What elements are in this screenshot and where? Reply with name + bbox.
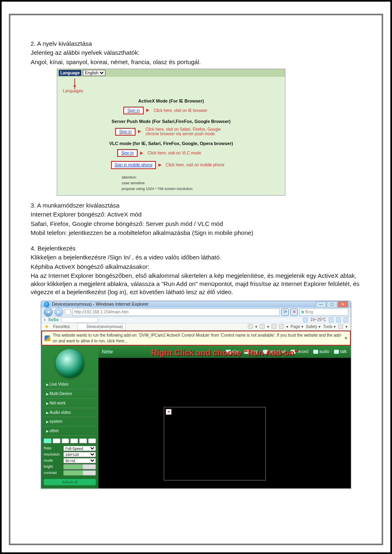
infobar-text: This website wants to run the following … bbox=[53, 333, 342, 344]
contrast-label: contrast bbox=[44, 470, 62, 475]
record-button[interactable]: record bbox=[291, 349, 308, 355]
sidebar-item-network[interactable]: Net work bbox=[44, 399, 96, 408]
mode3-title: VLC mode (for IE, Safari, FireFox, Googl… bbox=[60, 141, 282, 147]
switch-6[interactable] bbox=[88, 438, 96, 443]
soso-input[interactable] bbox=[61, 317, 98, 323]
video-area: ✕ bbox=[98, 358, 351, 489]
stop-icon bbox=[244, 350, 249, 354]
play-icon bbox=[226, 350, 231, 354]
refresh-button[interactable]: ⟳ bbox=[281, 308, 289, 316]
tool-icon[interactable] bbox=[336, 317, 341, 322]
print-icon[interactable] bbox=[279, 324, 284, 329]
contrast-slider[interactable] bbox=[63, 470, 96, 476]
weather-icon bbox=[303, 317, 308, 322]
favorites-label[interactable]: Favorites bbox=[53, 324, 70, 330]
mode-label: mode bbox=[44, 458, 62, 463]
snapshot-button[interactable]: snapshot bbox=[263, 349, 286, 355]
close-button[interactable]: ✕ bbox=[338, 301, 348, 308]
switch-1[interactable] bbox=[44, 438, 51, 443]
broken-image-placeholder: ✕ bbox=[164, 407, 266, 480]
mode2-title: Server Push Mode (For Safari,FireFox, Go… bbox=[60, 118, 282, 125]
section2-line2: Angol, kínai, spanyol, koreai, német, fr… bbox=[31, 58, 361, 66]
address-bar[interactable]: http://192.168.1.154/main.htm bbox=[72, 308, 280, 316]
signin-vlc-button[interactable]: Sign in bbox=[117, 149, 138, 157]
safety-menu[interactable]: Safety ▾ bbox=[306, 324, 321, 330]
sidebar-item-system[interactable]: system bbox=[44, 417, 96, 427]
window-title: Device(anonymous) - Windows Internet Exp… bbox=[52, 301, 149, 307]
play-button[interactable]: play bbox=[226, 349, 239, 355]
bright-slider[interactable] bbox=[63, 464, 96, 469]
switch-3[interactable] bbox=[62, 438, 69, 443]
help-icon[interactable] bbox=[338, 324, 343, 329]
signin-push-button[interactable]: Sign in bbox=[115, 128, 136, 136]
camera-icon bbox=[263, 350, 268, 354]
bright-label: bright bbox=[44, 464, 62, 469]
language-select[interactable]: English bbox=[83, 70, 105, 76]
section4-title: 4. Bejelentkezés bbox=[31, 244, 361, 252]
arrow-down-icon bbox=[74, 78, 75, 89]
signin-ie-button[interactable]: Sign in bbox=[123, 107, 144, 115]
switch-4[interactable] bbox=[70, 438, 78, 443]
ie-icon bbox=[80, 325, 84, 329]
sidebar-item-audiovideo[interactable]: Audio video bbox=[44, 408, 96, 418]
section3-title: 3. A munkamódszer kiválasztása bbox=[31, 201, 361, 210]
close-toolbar-icon[interactable]: x bbox=[44, 317, 46, 323]
bing-icon: b bbox=[301, 309, 304, 315]
mode2-hint: Click here, visit on Safari, Firefox, Go… bbox=[145, 127, 227, 136]
home-icon[interactable] bbox=[248, 324, 253, 329]
stop-video-button[interactable]: stop bbox=[244, 349, 258, 355]
mode-select[interactable]: 50 HZ bbox=[63, 458, 96, 463]
record-icon bbox=[291, 350, 296, 354]
talk-button[interactable]: talk bbox=[334, 349, 347, 355]
language-tag: Language bbox=[59, 70, 81, 76]
search-box[interactable]: b Bing bbox=[299, 308, 348, 316]
arrow-right-icon bbox=[158, 163, 163, 167]
camera-lens-icon bbox=[56, 349, 84, 378]
feeds-icon[interactable] bbox=[260, 324, 265, 329]
resolution-select[interactable]: 160*120 bbox=[63, 452, 96, 457]
broken-image-icon: ✕ bbox=[166, 409, 172, 415]
tool-icon[interactable] bbox=[343, 317, 348, 322]
section4-l3: Ha az Internet Explorer böngészőben, els… bbox=[31, 272, 361, 297]
favorites-star-icon[interactable]: ★ bbox=[45, 323, 49, 330]
login-modes-screenshot: Language English Languages ActiveX Mode … bbox=[57, 69, 285, 196]
protocol-icon bbox=[65, 309, 71, 315]
mode1-title: ActiveX Mode (For IE Browser) bbox=[60, 98, 282, 104]
soso-label: SoSo bbox=[48, 317, 59, 323]
rate-select[interactable]: Full-Speed bbox=[63, 446, 96, 451]
stop-button[interactable]: ✕ bbox=[290, 308, 298, 316]
app-logo: Netw bbox=[98, 348, 116, 355]
switch-2[interactable] bbox=[53, 438, 60, 443]
sidebar-item-other[interactable]: other bbox=[44, 427, 96, 436]
forward-button[interactable]: ► bbox=[54, 308, 63, 317]
signin-mobile-button[interactable]: Sign in mobile phone bbox=[111, 161, 156, 169]
search-placeholder: Bing bbox=[305, 309, 313, 315]
minimize-button[interactable]: — bbox=[316, 301, 326, 308]
mic-icon bbox=[334, 350, 339, 354]
mail-icon[interactable] bbox=[272, 324, 276, 329]
page-menu[interactable]: Page ▾ bbox=[291, 324, 303, 330]
section2-title: 2. A nyelv kiválasztása bbox=[31, 40, 361, 48]
default-all-button[interactable]: default all bbox=[44, 479, 96, 485]
attention-block: attention: case sensitive propose using … bbox=[122, 175, 282, 191]
audio-icon bbox=[313, 350, 318, 354]
audio-button[interactable]: audio bbox=[313, 349, 329, 355]
switch-5[interactable] bbox=[79, 438, 87, 443]
sidebar-item-live[interactable]: Live Video bbox=[44, 380, 96, 389]
document-body: 2. A nyelv kiválasztása Jelenleg az aláb… bbox=[31, 40, 361, 489]
back-button[interactable]: ◄ bbox=[44, 308, 53, 317]
mode1-hint: Click here, visit on IE browser bbox=[154, 108, 219, 113]
temp-label: 19~25°C bbox=[310, 317, 326, 323]
tools-menu[interactable]: Tools ▾ bbox=[323, 324, 336, 330]
maximize-button[interactable]: ▢ bbox=[327, 301, 337, 308]
mode3-hint: Click here, visit on VLC mode bbox=[147, 151, 225, 156]
section3-l2: Safari, Firefox, Google chrome böngésző:… bbox=[31, 220, 361, 228]
tool-icon[interactable] bbox=[329, 317, 334, 322]
languages-label: Languages bbox=[63, 88, 282, 94]
browser-tab[interactable]: Device(anonymous) bbox=[77, 323, 126, 331]
arrow-right-icon bbox=[146, 109, 151, 112]
activex-info-bar[interactable]: This website wants to run the following … bbox=[41, 331, 351, 346]
section4-l1: Klikkeljen a bejelentkezésre /Sign In/ ,… bbox=[31, 253, 361, 261]
infobar-close-icon[interactable]: ✕ bbox=[344, 335, 347, 341]
sidebar-item-multi[interactable]: Multi-Device bbox=[44, 389, 96, 399]
